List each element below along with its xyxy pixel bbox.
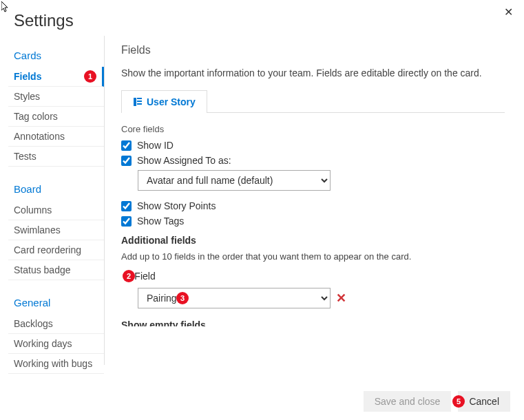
content-description: Show the important information to your t…: [121, 67, 505, 78]
sidebar-item-swimlanes[interactable]: Swimlanes: [8, 220, 104, 240]
show-assigned-label: Show Assigned To as:: [137, 155, 231, 166]
delete-field-icon[interactable]: ✕: [336, 291, 346, 306]
core-fields-label: Core fields: [121, 124, 499, 134]
add-field-row[interactable]: + Field 2: [124, 270, 499, 282]
svg-rect-2: [137, 101, 142, 102]
show-story-points-label: Show Story Points: [137, 200, 216, 211]
show-id-label: Show ID: [137, 140, 174, 151]
sidebar-item-fields[interactable]: Fields 1: [8, 67, 104, 87]
sidebar-item-working-with-bugs[interactable]: Working with bugs: [8, 354, 104, 374]
tab-label: User Story: [147, 96, 196, 107]
show-story-points-checkbox[interactable]: [121, 201, 132, 211]
callout-1: 1: [84, 70, 96, 83]
show-tags-label: Show Tags: [137, 216, 184, 227]
sidebar-item-annotations[interactable]: Annotations: [8, 127, 104, 147]
scroll-area[interactable]: Core fields Show ID Show Assigned To as:…: [121, 113, 505, 326]
content-heading: Fields: [121, 44, 505, 56]
page-title: Settings: [0, 0, 524, 36]
user-story-icon: [133, 97, 143, 107]
svg-rect-0: [134, 98, 136, 106]
sidebar-header-cards[interactable]: Cards: [8, 44, 104, 67]
tab-user-story[interactable]: User Story: [121, 90, 207, 113]
callout-2: 2: [123, 270, 135, 282]
sidebar-item-tag-colors[interactable]: Tag colors: [8, 107, 104, 127]
sidebar-item-styles[interactable]: Styles: [8, 87, 104, 107]
callout-3: 3: [176, 292, 189, 304]
callout-5: 5: [452, 395, 465, 408]
additional-fields-desc: Add up to 10 fields in the order that yo…: [121, 251, 499, 262]
show-id-checkbox[interactable]: [121, 140, 132, 151]
footer: Save and close Cancel: [364, 391, 510, 412]
show-empty-header: Show empty fields: [121, 319, 499, 326]
svg-rect-3: [137, 103, 142, 105]
cursor-icon: [1, 1, 10, 14]
additional-fields-header: Additional fields: [121, 235, 499, 246]
show-assigned-checkbox[interactable]: [121, 156, 132, 166]
sidebar-item-status-badge[interactable]: Status badge: [8, 260, 104, 280]
sidebar-item-card-reordering[interactable]: Card reordering: [8, 240, 104, 260]
sidebar: Cards Fields 1 Styles Tag colors Annotat…: [8, 36, 105, 365]
sidebar-header-general[interactable]: General: [8, 291, 104, 314]
show-tags-checkbox[interactable]: [121, 216, 132, 227]
cancel-button[interactable]: Cancel: [458, 391, 510, 412]
sidebar-item-backlogs[interactable]: Backlogs: [8, 314, 104, 334]
close-icon[interactable]: ✕: [504, 6, 513, 19]
assigned-to-select[interactable]: Avatar and full name (default): [138, 170, 331, 191]
sidebar-item-columns[interactable]: Columns: [8, 200, 104, 220]
sidebar-item-tests[interactable]: Tests: [8, 147, 104, 167]
svg-rect-1: [137, 98, 142, 99]
add-field-label: Field: [134, 271, 155, 282]
field-select[interactable]: Pairing: [138, 288, 331, 308]
save-button[interactable]: Save and close: [364, 391, 452, 412]
sidebar-item-label: Fields: [14, 71, 41, 82]
content-pane: Fields Show the important information to…: [105, 36, 524, 365]
sidebar-header-board[interactable]: Board: [8, 178, 104, 200]
sidebar-item-working-days[interactable]: Working days: [8, 334, 104, 354]
tab-bar: User Story: [121, 90, 505, 113]
